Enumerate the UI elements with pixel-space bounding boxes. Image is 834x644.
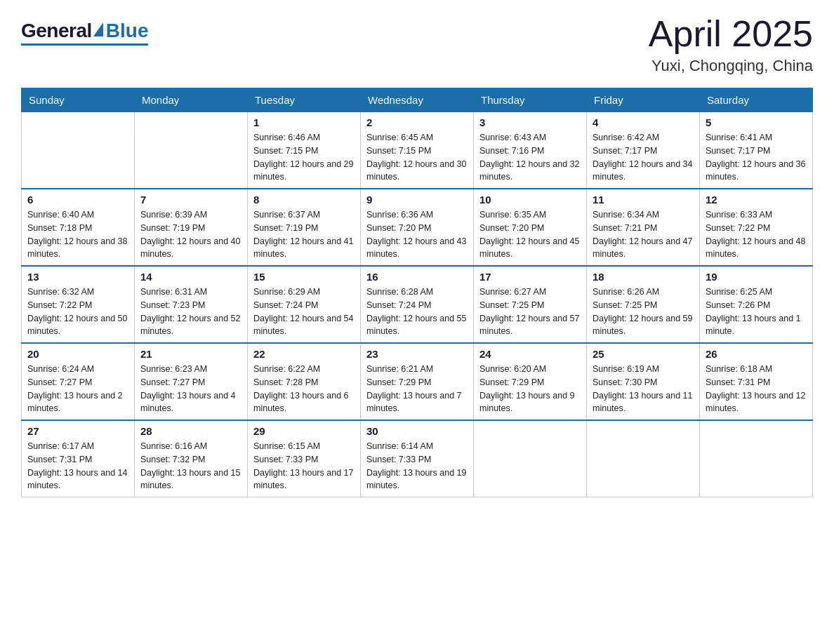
weekday-header-wednesday: Wednesday [361, 88, 474, 112]
day-info: Sunrise: 6:16 AMSunset: 7:32 PMDaylight:… [140, 440, 241, 492]
calendar-cell: 29Sunrise: 6:15 AMSunset: 7:33 PMDayligh… [248, 420, 361, 497]
calendar-cell: 8Sunrise: 6:37 AMSunset: 7:19 PMDaylight… [248, 189, 361, 266]
calendar-cell: 6Sunrise: 6:40 AMSunset: 7:18 PMDaylight… [22, 189, 135, 266]
day-number: 3 [479, 116, 581, 128]
day-info: Sunrise: 6:22 AMSunset: 7:28 PMDaylight:… [253, 363, 355, 415]
day-info: Sunrise: 6:37 AMSunset: 7:19 PMDaylight:… [253, 208, 355, 261]
calendar-cell [700, 420, 813, 497]
calendar-cell: 21Sunrise: 6:23 AMSunset: 7:27 PMDayligh… [135, 343, 248, 420]
calendar-cell: 16Sunrise: 6:28 AMSunset: 7:24 PMDayligh… [361, 266, 474, 343]
logo: General Blue [21, 20, 148, 46]
calendar-week-row: 6Sunrise: 6:40 AMSunset: 7:18 PMDaylight… [22, 189, 813, 266]
day-info: Sunrise: 6:26 AMSunset: 7:25 PMDaylight:… [593, 286, 694, 338]
day-info: Sunrise: 6:28 AMSunset: 7:24 PMDaylight:… [366, 286, 468, 338]
weekday-header-saturday: Saturday [700, 88, 813, 112]
day-number: 16 [366, 271, 468, 283]
day-number: 29 [253, 425, 355, 437]
calendar-cell: 9Sunrise: 6:36 AMSunset: 7:20 PMDaylight… [361, 189, 474, 266]
weekday-header-tuesday: Tuesday [248, 88, 361, 112]
day-number: 2 [366, 116, 468, 128]
logo-triangle-icon [93, 22, 103, 36]
calendar-week-row: 13Sunrise: 6:32 AMSunset: 7:22 PMDayligh… [22, 266, 813, 343]
calendar-cell: 25Sunrise: 6:19 AMSunset: 7:30 PMDayligh… [587, 343, 700, 420]
day-number: 24 [479, 348, 581, 360]
day-info: Sunrise: 6:29 AMSunset: 7:24 PMDaylight:… [253, 286, 355, 338]
day-info: Sunrise: 6:18 AMSunset: 7:31 PMDaylight:… [706, 363, 807, 415]
calendar-cell: 7Sunrise: 6:39 AMSunset: 7:19 PMDaylight… [135, 189, 248, 266]
day-info: Sunrise: 6:45 AMSunset: 7:15 PMDaylight:… [366, 131, 468, 184]
day-number: 12 [706, 194, 807, 206]
day-number: 14 [140, 271, 241, 283]
day-number: 20 [27, 348, 128, 360]
day-info: Sunrise: 6:15 AMSunset: 7:33 PMDaylight:… [253, 440, 355, 492]
day-number: 11 [593, 194, 694, 206]
day-info: Sunrise: 6:43 AMSunset: 7:16 PMDaylight:… [479, 131, 581, 184]
day-number: 23 [366, 348, 468, 360]
day-number: 8 [253, 194, 355, 206]
location-text: Yuxi, Chongqing, China [649, 57, 813, 75]
calendar-cell: 1Sunrise: 6:46 AMSunset: 7:15 PMDaylight… [248, 112, 361, 189]
day-info: Sunrise: 6:27 AMSunset: 7:25 PMDaylight:… [479, 286, 581, 338]
page-header: General Blue April 2025 Yuxi, Chongqing,… [21, 14, 813, 75]
day-info: Sunrise: 6:21 AMSunset: 7:29 PMDaylight:… [366, 363, 468, 415]
day-info: Sunrise: 6:32 AMSunset: 7:22 PMDaylight:… [27, 286, 128, 338]
day-number: 13 [27, 271, 128, 283]
month-title: April 2025 [649, 14, 813, 54]
day-number: 4 [593, 116, 694, 128]
calendar-cell: 24Sunrise: 6:20 AMSunset: 7:29 PMDayligh… [474, 343, 587, 420]
calendar-week-row: 27Sunrise: 6:17 AMSunset: 7:31 PMDayligh… [22, 420, 813, 497]
day-number: 5 [706, 116, 807, 128]
calendar-cell: 14Sunrise: 6:31 AMSunset: 7:23 PMDayligh… [135, 266, 248, 343]
calendar-cell: 26Sunrise: 6:18 AMSunset: 7:31 PMDayligh… [700, 343, 813, 420]
logo-underline [21, 43, 148, 46]
day-info: Sunrise: 6:34 AMSunset: 7:21 PMDaylight:… [593, 208, 694, 261]
day-number: 1 [253, 116, 355, 128]
day-info: Sunrise: 6:31 AMSunset: 7:23 PMDaylight:… [140, 286, 241, 338]
calendar-cell: 15Sunrise: 6:29 AMSunset: 7:24 PMDayligh… [248, 266, 361, 343]
day-info: Sunrise: 6:40 AMSunset: 7:18 PMDaylight:… [27, 208, 128, 261]
day-info: Sunrise: 6:46 AMSunset: 7:15 PMDaylight:… [253, 131, 355, 184]
day-info: Sunrise: 6:33 AMSunset: 7:22 PMDaylight:… [706, 208, 807, 261]
day-info: Sunrise: 6:23 AMSunset: 7:27 PMDaylight:… [140, 363, 241, 415]
day-number: 28 [140, 425, 241, 437]
calendar-cell [474, 420, 587, 497]
day-number: 30 [366, 425, 468, 437]
day-info: Sunrise: 6:41 AMSunset: 7:17 PMDaylight:… [706, 131, 807, 184]
calendar-cell: 12Sunrise: 6:33 AMSunset: 7:22 PMDayligh… [700, 189, 813, 266]
calendar-cell: 27Sunrise: 6:17 AMSunset: 7:31 PMDayligh… [22, 420, 135, 497]
calendar-cell: 3Sunrise: 6:43 AMSunset: 7:16 PMDaylight… [474, 112, 587, 189]
day-number: 7 [140, 194, 241, 206]
weekday-header-friday: Friday [587, 88, 700, 112]
calendar-cell: 23Sunrise: 6:21 AMSunset: 7:29 PMDayligh… [361, 343, 474, 420]
calendar-table: SundayMondayTuesdayWednesdayThursdayFrid… [21, 88, 813, 497]
day-number: 25 [593, 348, 694, 360]
day-number: 19 [706, 271, 807, 283]
weekday-header-monday: Monday [135, 88, 248, 112]
day-info: Sunrise: 6:17 AMSunset: 7:31 PMDaylight:… [27, 440, 128, 492]
calendar-cell: 17Sunrise: 6:27 AMSunset: 7:25 PMDayligh… [474, 266, 587, 343]
day-info: Sunrise: 6:35 AMSunset: 7:20 PMDaylight:… [479, 208, 581, 261]
day-info: Sunrise: 6:24 AMSunset: 7:27 PMDaylight:… [27, 363, 128, 415]
day-info: Sunrise: 6:25 AMSunset: 7:26 PMDaylight:… [706, 286, 807, 338]
calendar-week-row: 1Sunrise: 6:46 AMSunset: 7:15 PMDaylight… [22, 112, 813, 189]
calendar-cell [587, 420, 700, 497]
day-number: 9 [366, 194, 468, 206]
logo-general-text: General [21, 20, 92, 42]
day-info: Sunrise: 6:36 AMSunset: 7:20 PMDaylight:… [366, 208, 468, 261]
calendar-cell: 20Sunrise: 6:24 AMSunset: 7:27 PMDayligh… [22, 343, 135, 420]
day-number: 27 [27, 425, 128, 437]
title-area: April 2025 Yuxi, Chongqing, China [649, 14, 813, 75]
calendar-cell: 30Sunrise: 6:14 AMSunset: 7:33 PMDayligh… [361, 420, 474, 497]
calendar-week-row: 20Sunrise: 6:24 AMSunset: 7:27 PMDayligh… [22, 343, 813, 420]
day-info: Sunrise: 6:19 AMSunset: 7:30 PMDaylight:… [593, 363, 694, 415]
day-number: 15 [253, 271, 355, 283]
day-number: 22 [253, 348, 355, 360]
day-number: 10 [479, 194, 581, 206]
calendar-cell: 5Sunrise: 6:41 AMSunset: 7:17 PMDaylight… [700, 112, 813, 189]
weekday-header-thursday: Thursday [474, 88, 587, 112]
calendar-cell: 18Sunrise: 6:26 AMSunset: 7:25 PMDayligh… [587, 266, 700, 343]
logo-blue-text: Blue [106, 20, 149, 42]
day-number: 26 [706, 348, 807, 360]
day-number: 6 [27, 194, 128, 206]
day-number: 17 [479, 271, 581, 283]
